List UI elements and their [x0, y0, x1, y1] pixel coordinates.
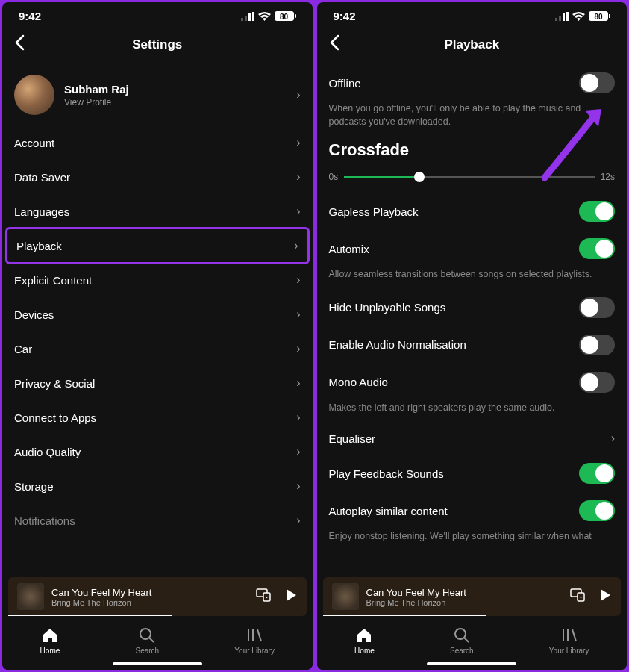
cellular-icon — [241, 12, 254, 21]
wifi-icon — [258, 12, 271, 21]
play-icon[interactable] — [284, 588, 298, 605]
header: Playback — [317, 25, 628, 64]
chevron-right-icon: › — [296, 88, 300, 102]
header: Settings — [2, 25, 313, 64]
svg-line-23 — [572, 629, 576, 641]
toggle-feedback: Play Feedback Sounds — [329, 455, 616, 492]
chevron-right-icon: › — [296, 136, 300, 149]
status-time: 9:42 — [19, 10, 41, 22]
offline-toggle[interactable] — [579, 72, 615, 93]
album-art — [332, 583, 359, 610]
menu-playback[interactable]: Playback› — [5, 227, 310, 264]
wifi-icon — [572, 12, 585, 21]
page-title: Settings — [132, 37, 182, 52]
mono-toggle[interactable] — [579, 372, 615, 393]
chevron-right-icon: › — [296, 170, 300, 184]
progress-bar — [8, 615, 172, 616]
svg-line-20 — [464, 638, 469, 642]
svg-rect-0 — [241, 18, 243, 21]
status-bar: 9:42 — [317, 2, 628, 25]
menu-devices[interactable]: Devices› — [14, 297, 301, 332]
menu-account[interactable]: Account› — [14, 125, 301, 160]
menu-notifications[interactable]: Notifications› — [14, 503, 301, 538]
svg-rect-12 — [555, 18, 557, 21]
menu-audio-quality[interactable]: Audio Quality› — [14, 435, 301, 469]
svg-rect-3 — [252, 12, 254, 21]
menu-languages[interactable]: Languages› — [14, 194, 301, 228]
gapless-toggle[interactable] — [579, 201, 615, 222]
crossfade-slider[interactable] — [344, 176, 594, 178]
tab-home[interactable]: Home — [40, 626, 60, 655]
chevron-right-icon: › — [611, 432, 615, 445]
chevron-right-icon: › — [296, 273, 300, 287]
chevron-right-icon: › — [296, 479, 300, 493]
menu-data-saver[interactable]: Data Saver› — [14, 160, 301, 194]
menu-storage[interactable]: Storage› — [14, 469, 301, 503]
svg-rect-1 — [245, 16, 247, 21]
chevron-right-icon: › — [296, 376, 300, 390]
np-artist: Bring Me The Horizon — [51, 598, 248, 607]
now-playing-bar[interactable]: Can You Feel My Heart Bring Me The Horiz… — [8, 577, 307, 616]
normalize-toggle[interactable] — [579, 335, 615, 355]
toggle-mono: Mono Audio — [329, 364, 616, 401]
menu-car[interactable]: Car› — [14, 332, 301, 366]
status-icons — [241, 11, 296, 21]
svg-point-19 — [455, 629, 466, 639]
svg-line-8 — [149, 638, 154, 642]
automix-desc: Allow seamless transitions between songs… — [329, 267, 616, 289]
np-title: Can You Feel My Heart — [366, 587, 563, 598]
progress-bar — [323, 615, 487, 616]
svg-line-11 — [257, 629, 261, 641]
chevron-right-icon: › — [296, 514, 300, 527]
phone-settings: 9:42 Settings Subham Raj View Profile › … — [2, 2, 313, 670]
profile-name: Subham Raj — [64, 83, 287, 96]
toggle-autoplay: Autoplay similar content — [329, 492, 616, 529]
now-playing-bar[interactable]: Can You Feel My Heart Bring Me The Horiz… — [323, 577, 622, 616]
cellular-icon — [555, 12, 569, 21]
menu-privacy[interactable]: Privacy & Social› — [14, 366, 301, 400]
status-icons — [555, 11, 610, 21]
svg-point-7 — [140, 629, 151, 639]
hide-toggle[interactable] — [579, 297, 615, 318]
play-icon[interactable] — [598, 588, 612, 605]
feedback-toggle[interactable] — [579, 463, 615, 484]
avatar — [14, 75, 54, 115]
chevron-right-icon: › — [296, 205, 300, 218]
chevron-right-icon: › — [296, 411, 300, 424]
svg-rect-13 — [559, 16, 561, 21]
home-indicator[interactable] — [427, 662, 516, 665]
np-title: Can You Feel My Heart — [51, 587, 248, 598]
slider-max: 12s — [601, 172, 615, 182]
np-artist: Bring Me The Horizon — [366, 598, 563, 607]
status-bar: 9:42 — [2, 2, 313, 25]
toggle-normalize: Enable Audio Normalisation — [329, 326, 616, 364]
crossfade-slider-row: 0s 12s — [329, 169, 616, 193]
svg-rect-14 — [563, 13, 565, 21]
tab-library[interactable]: Your Library — [549, 626, 589, 655]
autoplay-toggle[interactable] — [579, 500, 615, 521]
tab-search[interactable]: Search — [135, 626, 159, 655]
tab-search[interactable]: Search — [450, 626, 474, 655]
svg-rect-15 — [566, 12, 569, 21]
crossfade-title: Crossfade — [329, 136, 616, 169]
tab-home[interactable]: Home — [354, 626, 375, 655]
autoplay-desc: Enjoy nonstop listening. We'll play some… — [329, 529, 616, 551]
chevron-right-icon: › — [294, 239, 298, 252]
home-indicator[interactable] — [113, 662, 202, 665]
chevron-right-icon: › — [296, 445, 300, 458]
svg-rect-2 — [248, 13, 251, 21]
battery-icon — [275, 11, 296, 21]
connect-device-icon[interactable] — [570, 588, 585, 605]
profile-row[interactable]: Subham Raj View Profile › — [14, 64, 301, 125]
offline-desc: When you go offline, you'll only be able… — [329, 102, 616, 136]
tab-library[interactable]: Your Library — [234, 626, 275, 655]
menu-explicit[interactable]: Explicit Content› — [14, 263, 301, 297]
menu-connect[interactable]: Connect to Apps› — [14, 400, 301, 435]
profile-sub: View Profile — [64, 97, 287, 108]
equaliser-row[interactable]: Equaliser › — [329, 422, 616, 455]
back-button[interactable] — [14, 34, 25, 55]
connect-device-icon[interactable] — [256, 588, 271, 605]
automix-toggle[interactable] — [579, 238, 615, 259]
back-button[interactable] — [329, 34, 339, 55]
slider-min: 0s — [329, 172, 339, 182]
